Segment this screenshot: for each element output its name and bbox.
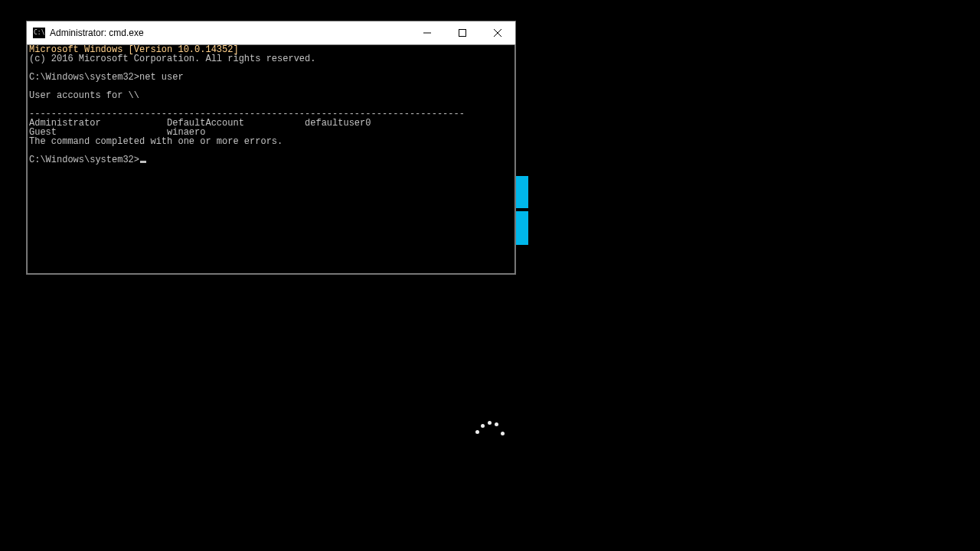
window-title: Administrator: cmd.exe — [50, 28, 410, 38]
cmd-window: Administrator: cmd.exe http://winaero.co… — [26, 21, 516, 275]
minimize-button[interactable] — [410, 21, 445, 44]
loading-spinner — [475, 419, 505, 441]
cmd-icon — [33, 28, 45, 38]
terminal-output: Microsoft Windows [Version 10.0.14352] (… — [29, 45, 513, 165]
cursor — [140, 161, 146, 163]
titlebar[interactable]: Administrator: cmd.exe — [27, 21, 515, 45]
svg-rect-0 — [459, 30, 466, 37]
close-button[interactable] — [480, 21, 515, 44]
desktop: Administrator: cmd.exe http://winaero.co… — [0, 0, 980, 551]
maximize-button[interactable] — [445, 21, 480, 44]
terminal-area[interactable]: Microsoft Windows [Version 10.0.14352] (… — [27, 44, 515, 274]
